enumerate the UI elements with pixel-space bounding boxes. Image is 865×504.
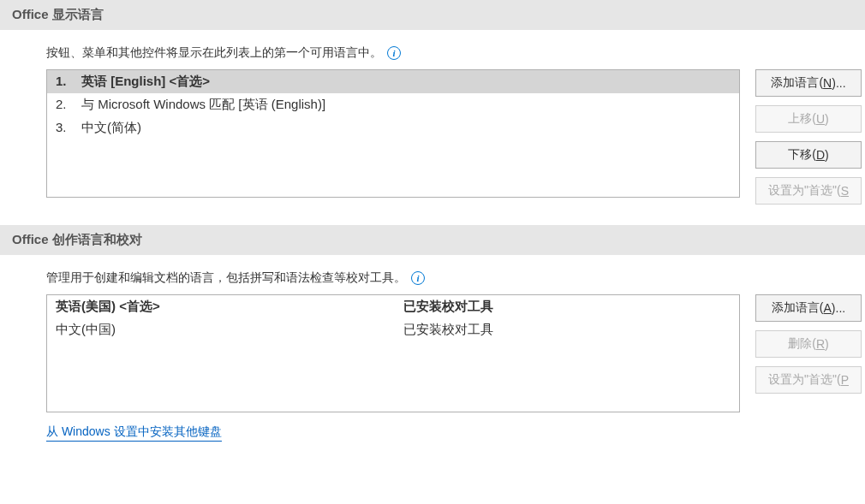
item-lang: 英语(美国) <首选> [56,299,403,315]
item-status: 已安装校对工具 [403,299,731,315]
add-author-language-button[interactable]: 添加语言(A)... [755,294,862,322]
set-preferred-button: 设置为"首选"(S [755,177,862,205]
display-language-listbox[interactable]: 1. 英语 [English] <首选> 2. 与 Microsoft Wind… [46,69,740,198]
display-language-description-row: 按钮、菜单和其他控件将显示在此列表上的第一个可用语言中。 i [46,45,865,61]
set-author-preferred-button: 设置为"首选"(P [755,366,862,394]
list-item[interactable]: 英语(美国) <首选> 已安装校对工具 [47,295,739,318]
author-language-listbox[interactable]: 英语(美国) <首选> 已安装校对工具 中文(中国) 已安装校对工具 [46,294,740,412]
item-number: 3. [56,120,81,134]
list-item[interactable]: 3. 中文(简体) [47,116,739,139]
move-down-button[interactable]: 下移(D) [755,141,862,169]
item-lang: 中文(中国) [56,322,403,338]
author-language-content: 英语(美国) <首选> 已安装校对工具 中文(中国) 已安装校对工具 添加语言(… [46,294,865,412]
add-language-button[interactable]: 添加语言(N)... [755,69,862,97]
author-language-description-row: 管理用于创建和编辑文档的语言，包括拼写和语法检查等校对工具。 i [46,270,865,286]
author-language-title: Office 创作语言和校对 [12,232,142,246]
display-language-description: 按钮、菜单和其他控件将显示在此列表上的第一个可用语言中。 [46,45,382,61]
display-language-content: 1. 英语 [English] <首选> 2. 与 Microsoft Wind… [46,69,865,205]
list-item[interactable]: 2. 与 Microsoft Windows 匹配 [英语 (English)] [47,93,739,116]
item-label: 与 Microsoft Windows 匹配 [英语 (English)] [81,97,731,113]
item-label: 英语 [English] <首选> [81,74,731,90]
item-number: 1. [56,74,81,88]
item-status: 已安装校对工具 [403,322,731,338]
author-language-description: 管理用于创建和编辑文档的语言，包括拼写和语法检查等校对工具。 [46,270,406,286]
info-icon[interactable]: i [411,271,425,285]
item-label: 中文(简体) [81,120,731,136]
list-item[interactable]: 中文(中国) 已安装校对工具 [47,318,739,341]
item-number: 2. [56,97,81,111]
list-item[interactable]: 1. 英语 [English] <首选> [47,70,739,93]
remove-button: 删除(R) [755,330,862,358]
display-language-header: Office 显示语言 [0,0,865,30]
move-up-button: 上移(U) [755,105,862,133]
display-language-title: Office 显示语言 [12,7,104,21]
info-icon[interactable]: i [387,46,401,60]
author-language-body: 管理用于创建和编辑文档的语言，包括拼写和语法检查等校对工具。 i 英语(美国) … [0,270,865,462]
display-language-buttons: 添加语言(N)... 上移(U) 下移(D) 设置为"首选"(S [755,69,862,205]
display-language-body: 按钮、菜单和其他控件将显示在此列表上的第一个可用语言中。 i 1. 英语 [En… [0,45,865,225]
install-keyboard-link[interactable]: 从 Windows 设置中安装其他键盘 [46,424,222,442]
author-language-buttons: 添加语言(A)... 删除(R) 设置为"首选"(P [755,294,862,394]
author-language-header: Office 创作语言和校对 [0,225,865,255]
